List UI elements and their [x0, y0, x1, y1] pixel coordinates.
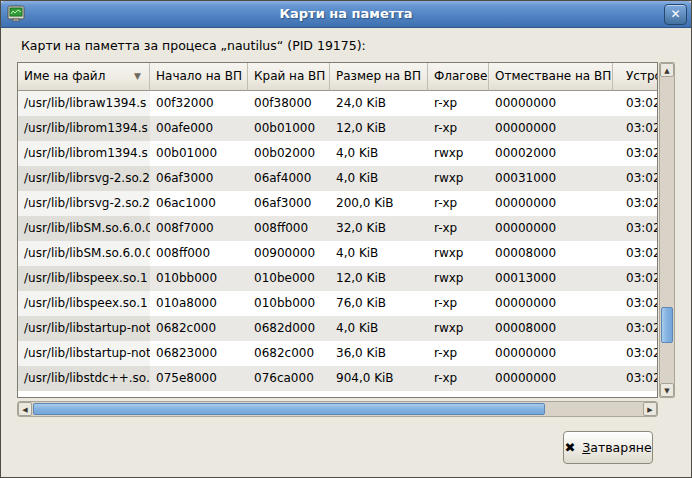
table-row[interactable]: /usr/lib/libspeex.so.1010a8000010bb00076…: [18, 291, 658, 316]
table-cell: 00000000: [489, 366, 613, 391]
titlebar[interactable]: Карти на паметта ✕: [1, 1, 691, 28]
table-cell: 4,0 KiB: [330, 166, 428, 191]
column-header-vm-start[interactable]: Начало на ВП: [150, 63, 248, 91]
table-cell: 00002000: [489, 141, 613, 166]
column-header-vm-offset[interactable]: Отместване на ВП: [489, 63, 613, 91]
table-cell: 010bb000: [150, 266, 248, 291]
table-cell: 075e8000: [150, 366, 248, 391]
table-cell: 00000000: [489, 216, 613, 241]
table-row[interactable]: /usr/lib/libstartup-not0682c0000682d0004…: [18, 316, 658, 341]
table-cell: 010bb000: [248, 291, 330, 316]
table-cell: 00013000: [489, 266, 613, 291]
vertical-scrollbar[interactable]: ▲ ▼: [659, 62, 675, 398]
table-row[interactable]: /usr/lib/libstdc++.so.075e8000076ca00090…: [18, 366, 658, 391]
table-cell: 0682c000: [150, 316, 248, 341]
table-cell: 008ff000: [248, 216, 330, 241]
table-row[interactable]: /usr/lib/librom1394.s00afe00000b0100012,…: [18, 116, 658, 141]
table-cell: 03:02: [613, 241, 658, 266]
table-cell: 0682d000: [248, 316, 330, 341]
table-row[interactable]: /usr/lib/libspeex.so.1010bb000010be00012…: [18, 266, 658, 291]
table-row[interactable]: /usr/lib/librsvg-2.so.206ac100006af30002…: [18, 191, 658, 216]
scroll-left-icon[interactable]: ◀: [18, 402, 32, 416]
table-cell: 03:02: [613, 316, 658, 341]
table-cell: 4,0 KiB: [330, 316, 428, 341]
table-cell: /usr/lib/libstdc++.so.: [18, 366, 150, 391]
table-cell: /usr/lib/libSM.so.6.0.0: [18, 216, 150, 241]
memory-map-table: Име на файл ▼ Начало на ВП Край на ВП Ра…: [17, 62, 658, 398]
table-cell: 12,0 KiB: [330, 116, 428, 141]
table-cell: 00000000: [489, 341, 613, 366]
table-cell: 32,0 KiB: [330, 216, 428, 241]
table-cell: 36,0 KiB: [330, 341, 428, 366]
table-cell: 008f7000: [150, 216, 248, 241]
window-title: Карти на паметта: [1, 6, 691, 21]
table-cell: 010a8000: [150, 291, 248, 316]
table-row[interactable]: /usr/lib/libSM.so.6.0.0008f7000008ff0003…: [18, 216, 658, 241]
table-cell: 03:02: [613, 91, 658, 116]
table-cell: 904,0 KiB: [330, 366, 428, 391]
table-cell: 03:02: [613, 266, 658, 291]
table-cell: /usr/lib/librom1394.s: [18, 116, 150, 141]
table-cell: 06823000: [150, 341, 248, 366]
table-cell: 03:02: [613, 291, 658, 316]
table-cell: rwxp: [428, 241, 489, 266]
table-cell: 076ca000: [248, 366, 330, 391]
column-header-device[interactable]: Устро: [613, 63, 658, 91]
column-header-vm-size[interactable]: Размер на ВП: [330, 63, 428, 91]
table-cell: 06af4000: [248, 166, 330, 191]
table-row[interactable]: /usr/lib/librom1394.s00b0100000b020004,0…: [18, 141, 658, 166]
column-header-filename[interactable]: Име на файл ▼: [18, 63, 150, 91]
scroll-right-icon[interactable]: ▶: [643, 402, 657, 416]
table-cell: /usr/lib/librsvg-2.so.2: [18, 166, 150, 191]
table-cell: 00031000: [489, 166, 613, 191]
table-row[interactable]: /usr/lib/librsvg-2.so.206af300006af40004…: [18, 166, 658, 191]
process-description: Карти на паметта за процеса „nautilus“ (…: [21, 38, 366, 53]
table-cell: 03:02: [613, 141, 658, 166]
table-cell: rwxp: [428, 141, 489, 166]
window-close-button[interactable]: ✕: [664, 4, 687, 25]
column-header-flags[interactable]: Флагове: [428, 63, 489, 91]
horizontal-scrollbar-thumb[interactable]: [33, 403, 545, 415]
table-cell: 00b01000: [150, 141, 248, 166]
table-cell: 00900000: [248, 241, 330, 266]
table-cell: r-xp: [428, 91, 489, 116]
table-cell: /usr/lib/libraw1394.s: [18, 91, 150, 116]
table-row[interactable]: /usr/lib/libstartup-not068230000682c0003…: [18, 341, 658, 366]
table-cell: 00afe000: [150, 116, 248, 141]
table-cell: 008ff000: [150, 241, 248, 266]
table-cell: /usr/lib/libstartup-not: [18, 316, 150, 341]
table-cell: r-xp: [428, 291, 489, 316]
scroll-down-icon[interactable]: ▼: [660, 383, 674, 397]
close-dialog-button[interactable]: ✖Затваряне: [563, 431, 653, 464]
table-cell: 03:02: [613, 341, 658, 366]
table-row[interactable]: /usr/lib/libraw1394.s00f3200000f3800024,…: [18, 91, 658, 116]
table-cell: 4,0 KiB: [330, 141, 428, 166]
close-icon: ✕: [670, 7, 680, 21]
table-cell: 00000000: [489, 291, 613, 316]
table-cell: 00000000: [489, 191, 613, 216]
table-cell: r-xp: [428, 116, 489, 141]
vertical-scrollbar-thumb[interactable]: [661, 307, 673, 343]
table-cell: 00008000: [489, 316, 613, 341]
table-cell: 03:02: [613, 166, 658, 191]
table-header-row: Име на файл ▼ Начало на ВП Край на ВП Ра…: [18, 63, 657, 91]
scroll-up-icon[interactable]: ▲: [660, 63, 674, 77]
table-cell: rwxp: [428, 166, 489, 191]
table-cell: 4,0 KiB: [330, 241, 428, 266]
table-row[interactable]: /usr/lib/libSM.so.6.0.0008ff000009000004…: [18, 241, 658, 266]
close-x-icon: ✖: [564, 440, 575, 455]
table-cell: r-xp: [428, 191, 489, 216]
table-cell: 00000000: [489, 91, 613, 116]
table-cell: r-xp: [428, 216, 489, 241]
table-cell: 00000000: [489, 116, 613, 141]
table-cell: 010be000: [248, 266, 330, 291]
horizontal-scrollbar[interactable]: ◀ ▶: [17, 401, 658, 417]
table-cell: rwxp: [428, 316, 489, 341]
table-cell: 00008000: [489, 241, 613, 266]
table-cell: rwxp: [428, 266, 489, 291]
column-header-vm-end[interactable]: Край на ВП: [248, 63, 330, 91]
table-cell: 00b01000: [248, 116, 330, 141]
table-cell: 06ac1000: [150, 191, 248, 216]
table-cell: 00f38000: [248, 91, 330, 116]
table-cell: /usr/lib/libstartup-not: [18, 341, 150, 366]
